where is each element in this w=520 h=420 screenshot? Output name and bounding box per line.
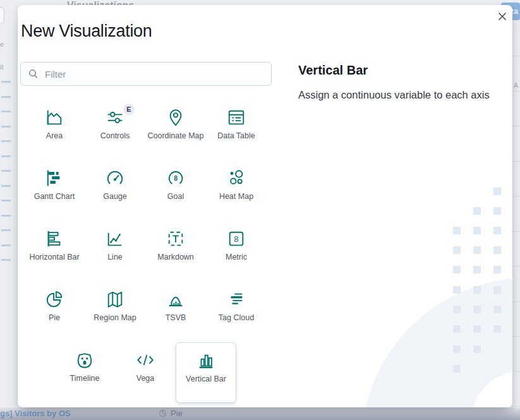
background-vis-type: Pie (159, 409, 183, 418)
markdown-icon (166, 229, 185, 248)
vis-type-label: TSVB (166, 313, 186, 323)
vis-type-label: Gauge (103, 192, 127, 202)
vis-type-grid: AreaEControlsCoordinate MapData TableGan… (24, 100, 267, 403)
vis-type-vertical-bar[interactable]: Vertical Bar (176, 342, 236, 403)
background-link-fragment (1, 259, 11, 261)
watermark-square (453, 345, 461, 353)
background-row-divider (513, 406, 520, 407)
watermark-square (453, 266, 461, 273)
filter-input[interactable] (45, 69, 263, 80)
vis-type-gauge[interactable]: Gauge (85, 160, 145, 221)
vis-type-label: Pie (49, 313, 60, 323)
vis-type-label: Vertical Bar (186, 375, 226, 385)
screen: { "colors": { "accent": "#00756B", "titl… (0, 0, 520, 420)
watermark-square (473, 286, 481, 294)
gauge-icon (106, 169, 124, 188)
tsvb-icon (166, 290, 185, 309)
vis-type-label: Region Map (94, 313, 136, 323)
background-row-divider (513, 56, 520, 56)
vis-type-data-table[interactable]: Data Table (206, 100, 267, 160)
watermark-square (493, 266, 501, 273)
watermark-square (493, 286, 501, 294)
watermark-square (453, 227, 461, 234)
filter-field (20, 62, 272, 86)
background-link-fragment (1, 96, 11, 98)
vis-type-controls[interactable]: EControls (85, 100, 145, 160)
vis-type-timeline[interactable]: Timeline (54, 342, 115, 403)
search-icon (28, 69, 39, 79)
vis-type-label: Heat Map (219, 192, 253, 202)
vis-type-gantt-chart[interactable]: Gantt Chart (24, 160, 85, 221)
vis-type-markdown[interactable]: Markdown (145, 221, 206, 282)
region-map-icon (106, 290, 124, 309)
background-row-divider (513, 196, 520, 196)
background-link-fragment (1, 81, 11, 83)
vis-type-tag-cloud[interactable]: Tag Cloud (206, 282, 267, 342)
gantt-chart-icon (45, 169, 64, 188)
vis-type-label: Coordinate Map (148, 131, 204, 141)
vis-type-metric[interactable]: 8Metric (206, 221, 267, 282)
vis-type-label: Gantt Chart (34, 192, 75, 202)
watermark-square (453, 286, 461, 294)
background-link-fragment (1, 155, 11, 157)
vis-type-vega[interactable]: Vega (115, 342, 176, 403)
watermark-square (453, 365, 461, 373)
area-icon (45, 108, 64, 127)
modal-title: New Visualization (21, 21, 152, 41)
watermark-square (473, 266, 481, 273)
vis-type-label: Area (46, 131, 63, 141)
vis-type-row: Gantt ChartGauge8GoalHeat Map (24, 160, 267, 221)
vis-type-label: Line (107, 253, 123, 263)
watermark-square (493, 207, 501, 215)
selection-detail-panel: Vertical Bar Assign a continuous variabl… (298, 63, 511, 102)
background-row-divider (513, 231, 520, 232)
vis-type-goal[interactable]: 8Goal (145, 160, 206, 221)
close-icon[interactable] (496, 10, 509, 23)
selected-type-description: Assign a continuous variable to each axi… (298, 88, 511, 102)
background-row-divider (513, 336, 520, 337)
vis-type-tsvb[interactable]: TSVB (145, 282, 206, 342)
background-row-divider (513, 371, 520, 372)
background-link-fragment (1, 244, 11, 246)
experimental-badge: E (123, 104, 135, 115)
svg-text:8: 8 (234, 234, 238, 244)
svg-text:8: 8 (174, 175, 178, 182)
pie-icon (45, 290, 64, 309)
horizontal-bar-icon (45, 229, 64, 248)
vega-icon (136, 351, 155, 369)
vis-type-label: Horizontal Bar (29, 253, 79, 263)
timeline-icon (75, 351, 94, 369)
background-link-fragment (1, 200, 11, 201)
vis-type-label: Tag Cloud (219, 313, 254, 323)
goal-icon: 8 (166, 169, 185, 188)
new-visualization-modal: New Visualization Vertical Bar Assign a … (18, 5, 512, 407)
data-table-icon (227, 108, 246, 127)
vis-type-row: TimelineVegaVertical Bar (24, 342, 267, 403)
background-link-fragment (1, 229, 11, 231)
watermark-square (473, 246, 481, 254)
vis-type-horizontal-bar[interactable]: Horizontal Bar (24, 221, 85, 282)
vis-type-region-map[interactable]: Region Map (85, 282, 145, 342)
vis-type-row: AreaEControlsCoordinate MapData Table (24, 100, 267, 160)
watermark-circle (361, 278, 512, 407)
background-link-fragment (1, 185, 11, 187)
background-link-fragment (1, 140, 11, 142)
background-text-fragment: e (0, 40, 4, 48)
vis-type-row: PieRegion MapTSVBTag Cloud (24, 282, 267, 342)
background-link-fragment (1, 126, 11, 128)
background-row-divider (513, 266, 520, 267)
vis-type-coordinate-map[interactable]: Coordinate Map (145, 100, 206, 160)
background-link-fragment (1, 111, 11, 112)
watermark-square (493, 227, 501, 234)
vis-type-line[interactable]: Line (85, 221, 145, 282)
background-input-fragment (0, 7, 4, 24)
vis-type-label: Goal (167, 192, 184, 202)
background-row-divider (513, 91, 520, 92)
coordinate-map-icon (166, 108, 185, 127)
watermark-square (493, 188, 501, 195)
vis-type-heat-map[interactable]: Heat Map (206, 160, 267, 221)
background-row-divider (513, 161, 520, 162)
background-row-divider (513, 126, 520, 126)
vis-type-pie[interactable]: Pie (24, 282, 85, 342)
vis-type-area[interactable]: Area (24, 100, 85, 160)
